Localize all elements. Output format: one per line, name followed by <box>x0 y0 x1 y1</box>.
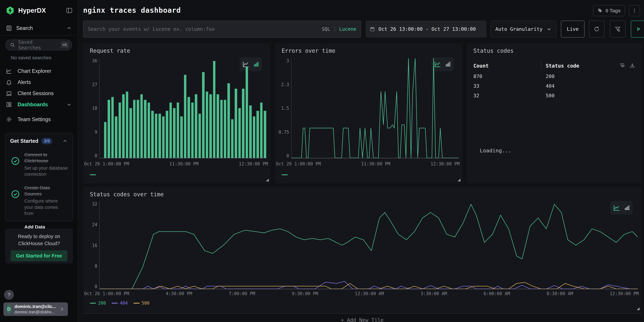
refresh-icon <box>594 26 600 32</box>
chevron-up-icon[interactable] <box>62 138 68 144</box>
saved-searches-input[interactable]: Saved Searches ⌘K <box>6 40 72 50</box>
table-row[interactable]: 32500 <box>473 91 636 100</box>
more-options-button[interactable] <box>629 5 640 16</box>
tile-errors-over-time: Errors over time 32.31.50.750 Oct 26 1:0… <box>275 43 462 183</box>
run-query-button[interactable] <box>631 20 644 38</box>
y-axis: 32241680 <box>83 202 97 289</box>
column-header-count[interactable]: Count <box>473 63 541 69</box>
sidebar-item-client-sessions[interactable]: Client Sessions <box>0 88 78 99</box>
table-row[interactable]: 33404 <box>473 81 636 91</box>
sidebar-item-alerts[interactable]: Alerts <box>0 77 78 88</box>
add-new-tile-label: + Add New Tile <box>83 317 641 322</box>
check-circle-icon <box>10 152 20 178</box>
brand-name: HyperDX <box>18 7 46 14</box>
chart-line-icon <box>6 68 12 74</box>
calendar-icon <box>370 26 375 32</box>
user-email: dominic.tran@clickho... <box>14 310 56 314</box>
granularity-select[interactable]: Auto Granularity <box>490 20 556 38</box>
resize-handle[interactable] <box>458 179 460 181</box>
chart-legend <box>282 174 288 175</box>
step-desc: Set up your database connection <box>24 165 68 178</box>
mode-divider: | <box>333 26 336 32</box>
tile-request-rate: Request rate 36271890 Oct 26 1:00:00 PM1… <box>83 43 271 183</box>
get-started-free-button[interactable]: Get Started for Free <box>11 250 68 261</box>
sidebar-item-label: Alerts <box>18 79 31 85</box>
status-codes-table-rows: 8702003340432500 <box>473 72 636 100</box>
tag-icon <box>597 8 603 13</box>
dashboard-icon <box>6 101 12 108</box>
column-header-status-code[interactable]: Status code <box>546 63 579 69</box>
bell-icon <box>6 79 12 86</box>
chart-legend <box>90 174 96 175</box>
get-started-step[interactable]: Create Data Sources Configure where your… <box>10 185 68 216</box>
legend-item[interactable]: 200 <box>90 300 106 306</box>
tags-label: 0 Tags <box>606 8 621 14</box>
toolbar: Search your events w/ Lucene ex. column:… <box>83 20 644 38</box>
get-started-card: Get Started 2/3 Connect to ClickHouse Se… <box>5 133 73 221</box>
wrap-text-icon[interactable] <box>619 62 625 69</box>
sidebar-item-team-settings[interactable]: Team Settings <box>0 114 78 125</box>
search-section[interactable]: Search <box>0 24 78 36</box>
refresh-button[interactable] <box>589 20 604 38</box>
column-divider[interactable] <box>541 62 542 70</box>
resize-handle[interactable] <box>266 179 268 181</box>
resize-handle[interactable] <box>637 308 640 310</box>
sql-mode-button[interactable]: SQL <box>322 26 330 32</box>
sidebar-item-label: Client Sessions <box>18 90 54 96</box>
gear-icon <box>6 116 12 123</box>
table-row[interactable]: 870200 <box>473 72 636 81</box>
lucene-mode-button[interactable]: Lucene <box>339 26 356 32</box>
filter-button[interactable] <box>610 20 626 38</box>
chevron-up-icon[interactable] <box>66 25 72 31</box>
step-title: Create Data Sources <box>24 185 68 197</box>
search-page-icon <box>6 25 12 32</box>
legend-item[interactable] <box>90 174 96 175</box>
tile-title: Status codes <box>473 48 514 54</box>
brand-row: HyperDX <box>6 6 73 15</box>
chart-legend: 200404500 <box>90 300 150 306</box>
y-axis: 32.31.50.750 <box>275 58 289 158</box>
saved-searches-placeholder: Saved Searches <box>18 39 58 50</box>
sidebar: HyperDX Search Saved Searches ⌘K No save… <box>0 0 78 322</box>
play-icon <box>636 26 642 32</box>
promo-line2: ClickHouse Cloud? <box>9 240 69 247</box>
sidebar-item-label: Chart Explorer <box>18 68 51 74</box>
sidebar-item-chart-explorer[interactable]: Chart Explorer <box>0 66 78 77</box>
tile-status-codes-over-time: Status codes over time 32241680 Oct 26 1… <box>83 187 642 312</box>
get-started-step[interactable]: Connect to ClickHouse Set up your databa… <box>10 152 68 178</box>
hyperdx-logo-icon <box>6 6 14 15</box>
sidebar-nav: Chart Explorer Alerts Client Sessions Da… <box>0 66 78 125</box>
date-range-value: Oct 26 13:00:00 - Oct 27 13:00:00 <box>378 26 476 32</box>
avatar: D <box>6 304 12 314</box>
request-rate-chart[interactable] <box>99 58 267 158</box>
tile-title: Errors over time <box>282 48 335 54</box>
sidebar-item-label: Team Settings <box>18 116 51 122</box>
user-menu[interactable]: D dominic.tran@clic... dominic.tran@clic… <box>4 302 68 316</box>
x-axis: Oct 26 1:00:00 PM11:30:00 PM12:30:00 PM <box>276 161 460 166</box>
tags-button[interactable]: 0 Tags <box>593 5 625 16</box>
add-new-tile-button[interactable]: + Add New Tile <box>83 313 641 322</box>
sidebar-item-dashboards[interactable]: Dashboards <box>0 99 78 110</box>
errors-chart[interactable] <box>291 58 459 158</box>
legend-item[interactable]: 500 <box>134 300 150 306</box>
help-button[interactable]: ? <box>4 290 14 300</box>
legend-item[interactable] <box>282 174 288 175</box>
loading-text: Loading... <box>480 148 512 154</box>
y-axis: 36271890 <box>83 58 97 158</box>
download-icon[interactable] <box>629 62 636 69</box>
event-search-input[interactable]: Search your events w/ Lucene ex. column:… <box>83 20 361 38</box>
status-codes-chart[interactable] <box>99 202 638 289</box>
get-started-title: Get Started <box>10 138 38 144</box>
x-axis: Oct 26 1:00:00 PM4:30:00 PM7:00:00 PM9:3… <box>84 291 639 296</box>
live-button[interactable]: Live <box>561 20 584 38</box>
legend-item[interactable]: 404 <box>112 300 128 306</box>
date-range-picker[interactable]: Oct 26 13:00:00 - Oct 27 13:00:00 <box>366 20 486 38</box>
chevron-down-icon[interactable] <box>66 102 72 108</box>
collapse-sidebar-icon[interactable] <box>66 7 73 14</box>
search-section-label: Search <box>16 25 33 31</box>
x-axis: Oct 26 1:00:00 PM11:30:00 PM12:30:00 PM <box>84 161 268 166</box>
step-title: Connect to ClickHouse <box>24 152 68 164</box>
step-desc: Configure where your data comes from <box>24 198 68 216</box>
kebab-menu-icon <box>632 8 637 13</box>
tile-status-codes: Status codes Count Status code 870200334… <box>466 43 642 183</box>
